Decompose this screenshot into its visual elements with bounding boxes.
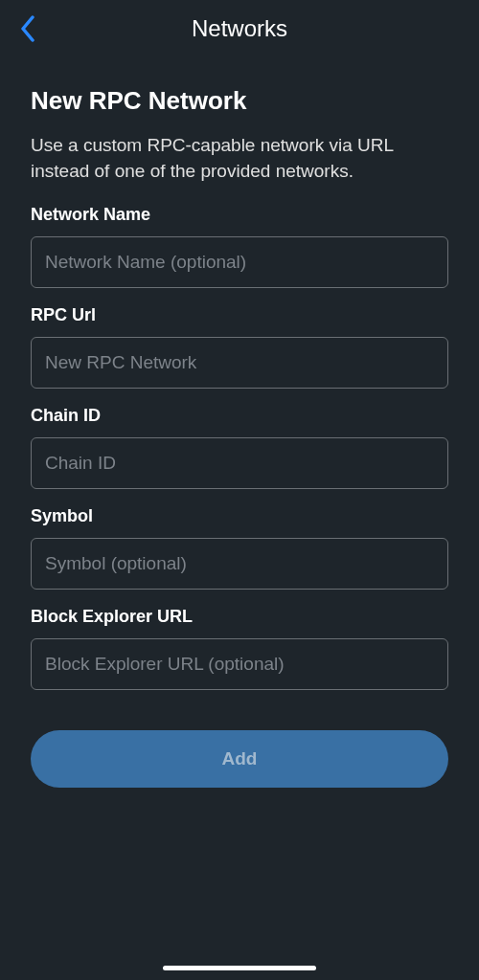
field-symbol: Symbol — [31, 506, 448, 590]
home-indicator — [163, 966, 316, 970]
block-explorer-input[interactable] — [31, 638, 448, 690]
symbol-input[interactable] — [31, 538, 448, 590]
page-title: New RPC Network — [31, 86, 448, 116]
chevron-left-icon — [19, 15, 36, 42]
field-block-explorer: Block Explorer URL — [31, 607, 448, 690]
network-name-input[interactable] — [31, 236, 448, 288]
block-explorer-label: Block Explorer URL — [31, 607, 448, 627]
back-button[interactable] — [19, 15, 36, 42]
content: New RPC Network Use a custom RPC-capable… — [0, 57, 479, 788]
page-description: Use a custom RPC-capable network via URL… — [31, 133, 448, 184]
header: Networks — [0, 0, 479, 57]
add-button[interactable]: Add — [31, 730, 448, 788]
chain-id-input[interactable] — [31, 437, 448, 489]
field-network-name: Network Name — [31, 205, 448, 288]
symbol-label: Symbol — [31, 506, 448, 526]
field-chain-id: Chain ID — [31, 406, 448, 489]
rpc-url-input[interactable] — [31, 337, 448, 389]
network-name-label: Network Name — [31, 205, 448, 225]
header-title: Networks — [192, 15, 287, 42]
chain-id-label: Chain ID — [31, 406, 448, 426]
rpc-url-label: RPC Url — [31, 305, 448, 325]
field-rpc-url: RPC Url — [31, 305, 448, 389]
